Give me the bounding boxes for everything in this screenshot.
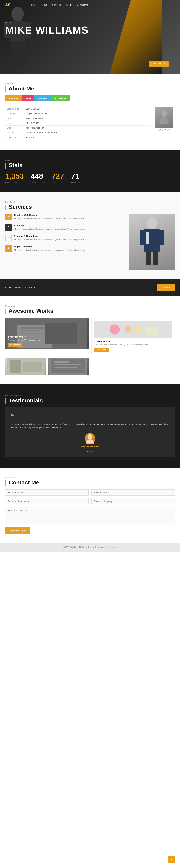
tab-education[interactable]: Education xyxy=(34,95,52,101)
nav-contact[interactable]: Contact Us xyxy=(77,3,88,6)
title-accent-bar xyxy=(5,398,6,404)
hire-me-button[interactable]: Hire Me xyxy=(157,284,175,291)
contact-section: Get In Touch | Contact Me Send Message xyxy=(0,468,180,542)
about-info-table: Date Of Birth 31st March 1984 Language E… xyxy=(5,107,150,140)
works-grid: ADIPISCI VELIT Print and branding / Prin… xyxy=(5,318,175,375)
work-image-2 xyxy=(94,321,172,338)
work-item-1: ADIPISCI VELIT Print and branding / Prin… xyxy=(5,318,89,355)
tab-skills[interactable]: Skills xyxy=(22,95,34,101)
table-row: Expert In Web Development xyxy=(5,116,150,121)
svg-rect-26 xyxy=(10,360,21,372)
services-image-placeholder xyxy=(129,214,175,270)
stats-title: Stats xyxy=(5,162,175,168)
phone-input[interactable] xyxy=(5,498,89,504)
message-textarea[interactable] xyxy=(5,507,175,525)
work-desc-title-2: LOREM IPSUM xyxy=(94,340,172,343)
work-small-1 xyxy=(5,358,46,375)
service-title: Animation xyxy=(14,224,86,227)
work-readmore-btn-1[interactable]: Read More xyxy=(8,343,22,347)
form-row-name-email xyxy=(5,489,175,496)
nav-work[interactable]: Work xyxy=(66,3,71,6)
work-title-1: ADIPISCI VELIT xyxy=(8,336,86,339)
work-readmore-btn-2[interactable]: Read More xyxy=(94,347,109,352)
nav-services[interactable]: Services xyxy=(52,3,61,6)
work-small-svg-2 xyxy=(48,358,89,375)
nav-about[interactable]: About xyxy=(41,3,47,6)
service-icon-strategy: ✓ xyxy=(5,235,11,241)
stat-number: 727 xyxy=(52,172,64,181)
field-value: +011 222 3333 xyxy=(25,121,150,126)
field-label: Date Of Birth xyxy=(5,107,25,112)
hero-silhouette xyxy=(0,3,35,74)
dot-3[interactable] xyxy=(92,451,93,452)
photo-label: ABOUT ME xyxy=(154,129,175,131)
testimonial-box: ❝ Lorem ipsum dolor sit amet, consectetu… xyxy=(5,407,175,457)
language-field-wrapper xyxy=(91,498,175,504)
profile-silhouette xyxy=(159,110,170,124)
stat-projects: 1,353 Projects Finished xyxy=(5,172,24,183)
svg-rect-30 xyxy=(55,361,69,363)
hero-name: MIKE WILLIAMS xyxy=(5,25,89,35)
table-row: Language English, Dutch, French xyxy=(5,112,150,116)
testimonial-author: Melissa Foucher xyxy=(10,433,170,448)
dot-1[interactable] xyxy=(87,451,88,452)
contact-form: Send Message xyxy=(5,489,175,534)
table-row: Freelance Available xyxy=(5,135,150,140)
svg-rect-24 xyxy=(145,326,158,335)
stat-label: Satisfied Clients xyxy=(31,181,44,183)
phone-field-wrapper xyxy=(5,498,89,504)
svg-point-33 xyxy=(88,434,92,440)
work-item-2: LOREM IPSUM Accessory design and corpora… xyxy=(91,318,175,355)
person-illustration xyxy=(134,214,170,270)
work-small-row xyxy=(5,358,89,375)
stat-number: 71 xyxy=(71,172,82,181)
tab-about-me[interactable]: About Me xyxy=(5,95,22,101)
avatar-svg xyxy=(85,433,95,444)
service-info: Digital Marketing Phasellus dapibus feli… xyxy=(14,245,86,252)
svg-rect-31 xyxy=(55,364,81,365)
about-section: Something | About Me About Me Skills Edu… xyxy=(0,74,180,150)
work-desc-text-2: Accessory design and corporate style for… xyxy=(94,344,172,346)
field-value: English, Dutch, French xyxy=(25,112,150,116)
name-input[interactable] xyxy=(5,489,89,496)
svg-rect-5 xyxy=(19,41,25,66)
stat-label: Projects Finished xyxy=(5,181,24,183)
service-title: Creative Web Design xyxy=(14,214,86,216)
field-label: Expert In xyxy=(5,116,25,121)
nav-home[interactable]: Home xyxy=(30,3,36,6)
contact-title: Contact Me xyxy=(5,479,175,486)
hero-section: SSuccinct Home About Services Work Conta… xyxy=(0,0,180,74)
stats-row: 1,353 Projects Finished 448 Satisfied Cl… xyxy=(5,172,175,183)
work-empty xyxy=(91,358,175,375)
about-table: Date Of Birth 31st March 1984 Language E… xyxy=(5,107,150,140)
field-label: Freelance xyxy=(5,135,25,140)
svg-rect-27 xyxy=(23,362,42,372)
service-icon-web: ★ xyxy=(5,214,11,220)
service-desc: Phasellus dapibus felis elit, sed accums… xyxy=(14,238,86,241)
tab-experience[interactable]: Experience xyxy=(52,95,70,101)
testimonial-name: Melissa Foucher xyxy=(10,445,170,448)
table-row: Email mail@example.com xyxy=(5,126,150,130)
download-cv-button[interactable]: Download CV xyxy=(149,61,170,67)
email-input[interactable] xyxy=(91,489,175,496)
testimonials-section: Beloved Customers | Testimonials ❝ Lorem… xyxy=(0,384,180,468)
service-info: Creative Web Design Phasellus dapibus fe… xyxy=(14,214,86,220)
work-overlay-1: ADIPISCI VELIT Print and branding / Prin… xyxy=(5,318,89,349)
field-value: 25 Montée Saint Barthélémy, France xyxy=(25,130,150,135)
email-field-wrapper xyxy=(91,489,175,496)
stat-label: Awards Won xyxy=(71,181,82,183)
dot-2[interactable] xyxy=(89,451,91,452)
title-accent-bar xyxy=(5,86,6,92)
service-icon-marketing: ★ xyxy=(5,245,11,252)
about-tabs: About Me Skills Education Experience xyxy=(5,95,175,101)
services-title: Services xyxy=(5,204,175,210)
field-value: Web Development xyxy=(25,116,150,121)
services-list: ★ Creative Web Design Phasellus dapibus … xyxy=(5,214,124,270)
service-title: Strategy & Consulting xyxy=(14,235,86,237)
footer-link[interactable]: colorlib.com xyxy=(107,546,117,548)
send-message-button[interactable]: Send Message xyxy=(5,527,30,534)
svg-rect-9 xyxy=(140,230,145,245)
service-info: Animation Phasellus dapibus felis elit, … xyxy=(14,224,86,230)
work-image-svg-2 xyxy=(94,321,172,338)
language-input[interactable] xyxy=(91,498,175,504)
